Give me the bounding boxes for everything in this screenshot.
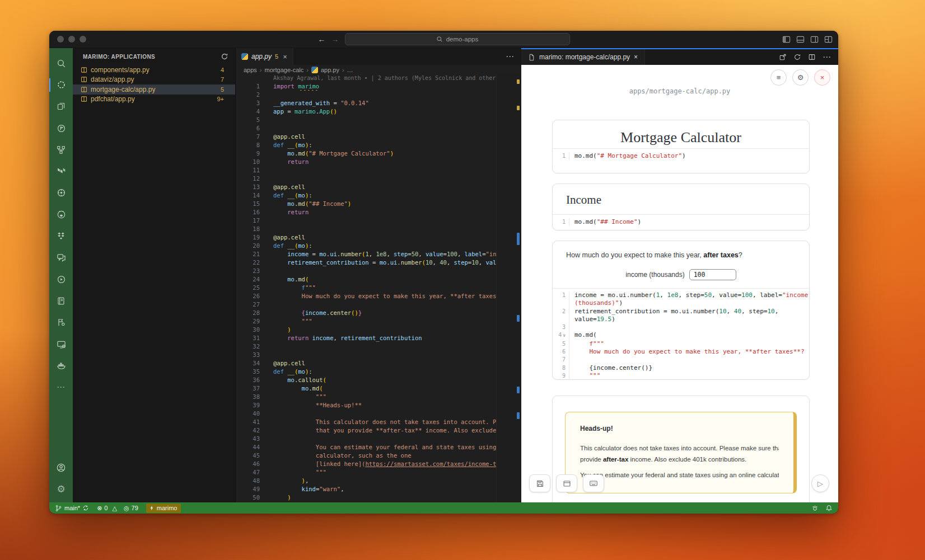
marimo-extension-icon[interactable] [49, 74, 73, 96]
cell-income-heading[interactable]: Income 1 mo.md("## Income") [552, 183, 810, 230]
code-line[interactable]: 36 mo.callout( [236, 376, 521, 384]
forward-arrow-icon[interactable]: → [331, 35, 339, 43]
refresh-icon[interactable] [221, 53, 228, 60]
code-line[interactable]: 47 """ [236, 468, 521, 477]
docker-icon[interactable] [49, 355, 73, 377]
code-line[interactable]: 41 This calculator does not take taxes i… [236, 418, 521, 426]
refresh-icon[interactable] [793, 53, 801, 61]
code-line[interactable]: (thousands)") [553, 299, 809, 307]
editor-more-actions-icon[interactable]: ⋯ [506, 51, 515, 62]
code-area[interactable]: 1import marimo23__generated_with = "0.0.… [236, 82, 521, 502]
code-line[interactable]: 45 calculator, such as the one [236, 451, 521, 460]
tab-marimo-preview[interactable]: marimo: mortgage-calc/app.py × [521, 49, 645, 65]
open-in-browser-icon[interactable] [779, 53, 787, 61]
code-line[interactable]: 25 f""" [236, 284, 521, 292]
git-branch-item[interactable]: main* [55, 505, 89, 512]
code-line[interactable]: 5 f""" [553, 340, 809, 348]
more-actions-icon[interactable]: ⋯ [823, 52, 831, 62]
test-flag-icon[interactable] [49, 312, 73, 333]
file-item-pdfchat[interactable]: pdfchat/app.py 9+ [73, 95, 235, 105]
code-line[interactable]: 5 [236, 116, 521, 124]
cell-income-form[interactable]: How much do you expect to make this year… [552, 241, 810, 380]
minimap[interactable] [496, 74, 521, 502]
code-line[interactable]: 2retirement_contribution = mo.ui.number(… [553, 308, 809, 324]
code-line[interactable]: 30 ) [236, 326, 521, 334]
code-line[interactable]: 3__generated_with = "0.0.14" [236, 99, 521, 107]
code-line[interactable]: 9 """ [553, 372, 809, 380]
file-item-components[interactable]: components/app.py 4 [73, 65, 235, 75]
code-line[interactable]: 50 ) [236, 493, 521, 502]
code-line[interactable]: 28 {income.center()} [236, 309, 521, 317]
code-line[interactable]: 35def __(mo): [236, 368, 521, 376]
code-line[interactable]: 18 [236, 225, 521, 233]
code-line[interactable]: 26 How much do you expect to make this y… [236, 292, 521, 300]
zoom-traffic-light[interactable] [80, 36, 86, 43]
code-line[interactable]: 10 return [236, 158, 521, 166]
globe-icon[interactable] [49, 182, 73, 204]
code-line[interactable]: 12 [236, 175, 521, 183]
settings-button[interactable]: ⚙ [792, 69, 809, 86]
code-line[interactable]: 11 [236, 166, 521, 175]
code-line[interactable]: 31 return income, retirement_contributio… [236, 334, 521, 342]
code-line[interactable]: 4∨mo.md( [553, 331, 809, 340]
cell-title[interactable]: Mortgage Calculator 1 mo.md("# Mortgage … [552, 120, 810, 173]
run-button[interactable]: ▷ [811, 474, 829, 492]
code-line[interactable]: 9 mo.md("# Mortgage Calculator") [236, 149, 521, 158]
code-line[interactable]: 32 [236, 342, 521, 351]
code-line[interactable]: 33 [236, 351, 521, 359]
code-line[interactable]: 8def __(mo): [236, 141, 521, 149]
file-item-dataviz[interactable]: dataviz/app.py 7 [73, 75, 235, 85]
code-line[interactable]: 49 kind="warn", [236, 485, 521, 493]
customize-layout-icon[interactable] [824, 35, 833, 44]
code-line[interactable]: 40 [236, 410, 521, 418]
code-line[interactable]: 17 [236, 217, 521, 225]
code-line[interactable]: 46 [linked here](https://smartasset.com/… [236, 460, 521, 468]
code-line[interactable]: 21 income = mo.ui.number(1, 1e8, step=50… [236, 250, 521, 258]
code-line[interactable]: 44 You can estimate your federal and sta… [236, 443, 521, 451]
code-line[interactable]: 37 mo.md( [236, 384, 521, 393]
save-button[interactable] [529, 474, 550, 492]
code-line[interactable]: 14def __(mo): [236, 191, 521, 200]
marimo-server-badge[interactable]: marimo [146, 503, 181, 513]
code-line[interactable]: 7 [553, 356, 809, 364]
close-tab-icon[interactable]: × [283, 53, 287, 61]
code-line[interactable]: 1income = mo.ui.number(1, 1e8, step=50, … [553, 291, 809, 299]
toggle-secondary-sidebar-icon[interactable] [810, 35, 819, 44]
bug-icon[interactable] [811, 505, 819, 512]
more-actions-icon[interactable]: ⋯ [49, 377, 73, 398]
code-line[interactable]: 38 """ [236, 393, 521, 401]
code-line[interactable]: 43 [236, 435, 521, 443]
command-center-search[interactable]: demo-apps [345, 33, 570, 45]
split-editor-icon[interactable] [808, 53, 816, 61]
code-line[interactable]: 20def __(mo): [236, 242, 521, 250]
account-icon[interactable] [49, 457, 73, 479]
code-line[interactable]: 42 that you provide **after-tax** income… [236, 426, 521, 435]
notifications-bell-icon[interactable] [825, 505, 833, 512]
income-number-input[interactable] [689, 269, 736, 280]
menu-button[interactable]: ≡ [770, 69, 787, 86]
play-circle-icon[interactable] [49, 269, 73, 290]
code-line[interactable]: 2 [236, 91, 521, 99]
code-line[interactable]: 16 return [236, 208, 521, 217]
code-line[interactable]: 34@app.cell [236, 359, 521, 368]
back-arrow-icon[interactable]: ← [318, 35, 326, 43]
code-line[interactable]: 4app = marimo.App() [236, 107, 521, 116]
tab-app-py[interactable]: app.py 5 × [236, 48, 293, 65]
code-line[interactable]: 15 mo.md("## Income") [236, 200, 521, 208]
minimize-traffic-light[interactable] [68, 36, 75, 43]
close-traffic-light[interactable] [57, 36, 64, 43]
code-line[interactable]: 24 mo.md( [236, 275, 521, 284]
comments-icon[interactable] [49, 247, 73, 269]
code-line[interactable]: 6 [236, 124, 521, 133]
toggle-sidebar-icon[interactable] [782, 35, 791, 44]
shutdown-button[interactable]: × [814, 69, 830, 86]
copy-pages-icon[interactable] [49, 96, 73, 117]
keyboard-shortcuts-button[interactable] [583, 474, 604, 492]
cell-code[interactable]: 1 mo.md("# Mortgage Calculator") [553, 148, 809, 163]
code-line[interactable]: 13@app.cell [236, 183, 521, 191]
code-line[interactable]: 39 **Heads-up!** [236, 401, 521, 410]
terraform-icon[interactable] [49, 161, 73, 182]
settings-gear-icon[interactable]: ⚙ [49, 478, 73, 500]
code-line[interactable]: 48 ), [236, 477, 521, 485]
code-line[interactable]: 8 {income.center()} [553, 364, 809, 372]
